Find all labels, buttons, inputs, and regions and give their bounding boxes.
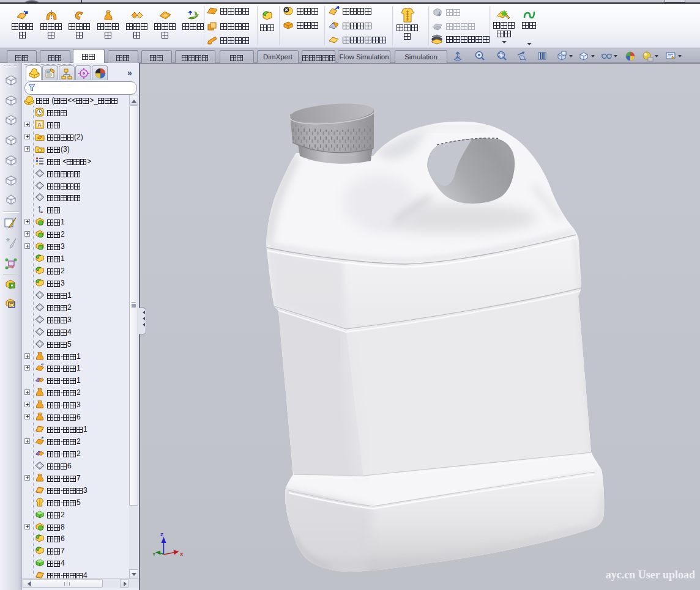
svg-text:Y: Y [152,551,156,557]
svg-text:A: A [37,122,42,128]
svg-text:Z: Z [160,532,163,537]
svg-text:X: X [180,551,184,557]
